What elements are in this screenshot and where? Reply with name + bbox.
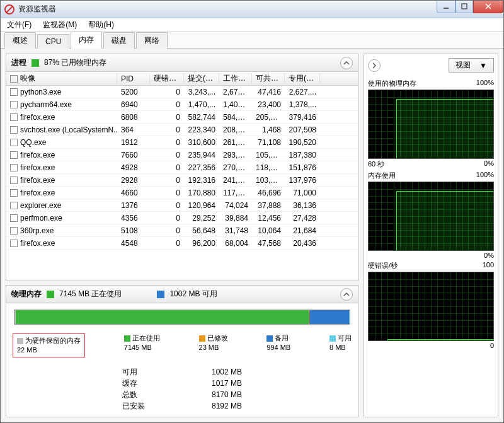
physical-memory-panel: 物理内存 7145 MB 正在使用 1002 MB 可用 为硬件保留的内存22 … [6, 285, 358, 417]
table-header: 映像 PID 硬错误/... 提交(KB) 工作集(... 可共享(... 专用… [6, 72, 358, 86]
cell-commit: 223,340 [184, 125, 219, 134]
processes-header[interactable]: 进程 87% 已用物理内存 [6, 54, 358, 72]
row-checkbox[interactable] [10, 139, 18, 146]
titlebar[interactable]: 资源监视器 [1, 1, 503, 18]
tab-overview[interactable]: 概述 [4, 32, 36, 49]
table-row[interactable]: firefox.exe29280192,316241,304103,328137… [6, 174, 358, 187]
cell-private: 207,508 [285, 125, 320, 134]
cell-pid: 7660 [117, 151, 150, 159]
row-checkbox[interactable] [10, 151, 18, 159]
row-checkbox[interactable] [10, 202, 18, 209]
chart-min: 0 [490, 342, 494, 349]
menu-monitor[interactable]: 监视器(M) [40, 18, 79, 32]
table-row[interactable]: firefox.exe4548096,20068,00447,56820,436 [6, 237, 358, 250]
col-workingset[interactable]: 工作集(... [219, 73, 252, 84]
cell-pid: 4548 [117, 239, 150, 248]
col-pid[interactable]: PID [117, 74, 150, 83]
cell-private: 187,380 [285, 151, 320, 159]
cell-shareable: 47,416 [252, 88, 285, 96]
legend-standby: 备用994 MB [266, 333, 290, 357]
tab-network[interactable]: 网络 [136, 32, 168, 49]
row-checkbox[interactable] [10, 227, 18, 235]
cell-shareable: 103,328 [252, 176, 285, 185]
app-icon [4, 4, 14, 14]
close-button[interactable] [473, 1, 503, 13]
row-checkbox[interactable] [10, 214, 18, 222]
cell-hardfaults: 0 [150, 201, 184, 210]
collapse-physmem-icon[interactable] [340, 288, 353, 301]
cell-hardfaults: 0 [150, 188, 184, 197]
row-checkbox[interactable] [10, 113, 18, 121]
memory-stats: 可用1002 MB 缓存1017 MB 总数8170 MB 已安装8192 MB [122, 366, 242, 412]
cell-shareable: 205,336 [252, 113, 285, 122]
processes-title: 进程 [11, 57, 26, 68]
cell-private: 1,378,... [285, 100, 320, 109]
physmem-header[interactable]: 物理内存 7145 MB 正在使用 1002 MB 可用 [6, 286, 358, 303]
cell-workingset: 241,304 [219, 176, 252, 185]
chart-max: 100 [483, 261, 494, 270]
col-private[interactable]: 专用(KB) [285, 73, 320, 84]
cell-workingset: 74,024 [219, 201, 252, 210]
collapse-charts-icon[interactable] [368, 59, 381, 72]
cell-hardfaults: 0 [150, 163, 184, 172]
row-checkbox[interactable] [10, 177, 18, 184]
table-row[interactable]: svchost.exe (LocalSystemN...3640223,3402… [6, 124, 358, 136]
cell-hardfaults: 0 [150, 125, 184, 134]
cell-shareable: 47,568 [252, 239, 285, 248]
cell-pid: 5200 [117, 88, 150, 96]
cell-hardfaults: 0 [150, 214, 184, 223]
right-top-bar: 视图▼ [368, 58, 494, 72]
menu-help[interactable]: 帮助(H) [86, 18, 117, 32]
table-body[interactable]: python3.exe520003,243,...2,674,...47,416… [6, 86, 358, 281]
legend-inuse: 正在使用7145 MB [124, 333, 160, 357]
table-row[interactable]: QQ.exe19120310,600261,62871,108190,520 [6, 136, 358, 149]
table-row[interactable]: firefox.exe46600170,880117,69646,69671,0… [6, 187, 358, 199]
table-row[interactable]: explorer.exe13760120,96474,02437,88836,1… [6, 199, 358, 212]
cell-commit: 3,243,... [184, 88, 219, 96]
row-checkbox[interactable] [10, 126, 18, 134]
tab-memory[interactable]: 内存 [71, 32, 102, 49]
table-row[interactable]: firefox.exe49280227,356270,296118,420151… [6, 161, 358, 174]
table-row[interactable]: python3.exe520003,243,...2,674,...47,416… [6, 86, 358, 98]
col-hardfaults[interactable]: 硬错误/... [150, 73, 184, 84]
process-name: firefox.exe [20, 239, 55, 248]
avail-label: 1002 MB 可用 [169, 289, 217, 299]
collapse-processes-icon[interactable] [340, 57, 353, 69]
row-checkbox[interactable] [10, 240, 18, 247]
avail-swatch [157, 291, 164, 298]
cell-workingset: 1,401,... [219, 100, 252, 109]
row-checkbox[interactable] [10, 101, 18, 108]
window-buttons [437, 1, 503, 13]
process-name: explorer.exe [20, 201, 61, 210]
cell-commit: 56,648 [184, 226, 219, 235]
cell-commit: 29,252 [184, 214, 219, 223]
tab-cpu[interactable]: CPU [37, 34, 69, 49]
cell-workingset: 584,752 [219, 113, 252, 122]
cell-private: 36,136 [285, 201, 320, 210]
chart-1: 内存使用100%0% [368, 170, 494, 260]
chart-0: 使用的物理内存100%60 秒0% [368, 78, 494, 170]
menu-file[interactable]: 文件(F) [4, 18, 34, 32]
cell-shareable: 46,696 [252, 188, 285, 197]
col-commit[interactable]: 提交(KB) [184, 73, 219, 84]
table-row[interactable]: 360rp.exe5108056,64831,74810,06421,684 [6, 224, 358, 237]
tab-disk[interactable]: 磁盘 [103, 32, 135, 49]
table-row[interactable]: perfmon.exe4356029,25239,88412,45627,428 [6, 212, 358, 224]
maximize-button[interactable] [455, 1, 473, 13]
row-checkbox[interactable] [10, 88, 18, 96]
cell-workingset: 2,674,... [219, 88, 252, 96]
cell-private: 71,000 [285, 188, 320, 197]
row-checkbox[interactable] [10, 164, 18, 171]
cell-shareable: 23,400 [252, 100, 285, 109]
process-table: 映像 PID 硬错误/... 提交(KB) 工作集(... 可共享(... 专用… [6, 72, 358, 281]
select-all-checkbox[interactable] [10, 75, 18, 83]
minimize-button[interactable] [437, 1, 455, 13]
col-shareable[interactable]: 可共享(... [252, 73, 285, 84]
col-image[interactable]: 映像 [6, 73, 117, 84]
dropdown-icon: ▼ [479, 61, 487, 70]
table-row[interactable]: firefox.exe76600235,944293,316105,936187… [6, 149, 358, 161]
row-checkbox[interactable] [10, 189, 18, 197]
view-dropdown[interactable]: 视图▼ [449, 58, 494, 72]
table-row[interactable]: firefox.exe68080582,744584,752205,336379… [6, 111, 358, 124]
table-row[interactable]: pycharm64.exe694001,470,...1,401,...23,4… [6, 98, 358, 111]
